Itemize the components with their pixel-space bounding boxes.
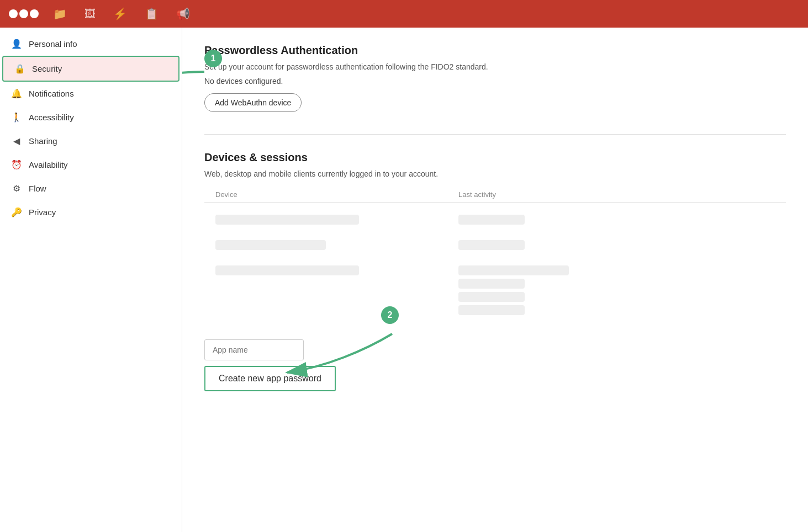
devices-table-header: Device Last activity — [204, 187, 786, 203]
main-content: 1 Passwordless Authentication Set up you… — [182, 28, 808, 532]
sidebar-item-label: Sharing — [29, 136, 57, 146]
add-webauthn-button[interactable]: Add WebAuthn device — [204, 93, 302, 112]
device-cell — [204, 237, 458, 253]
no-devices-text: No devices configured. — [204, 77, 786, 86]
blurred-device-name — [215, 240, 326, 250]
clock-icon: ⏰ — [11, 159, 22, 170]
passwordless-title: Passwordless Authentication — [204, 44, 786, 57]
share-icon: ◀ — [11, 136, 22, 146]
devices-desc: Web, desktop and mobile clients currentl… — [204, 169, 786, 178]
topbar: 📁 🖼 ⚡ 📋 📢 — [0, 0, 808, 28]
sidebar-item-notifications[interactable]: 🔔 Notifications — [0, 82, 182, 105]
sidebar-item-label: Personal info — [29, 39, 77, 49]
page-layout: 👤 Personal info 🔒 Security 🔔 Notificatio… — [0, 28, 808, 532]
flow-icon: ⚙ — [11, 183, 22, 194]
sidebar-item-accessibility[interactable]: 🚶 Accessibility — [0, 105, 182, 129]
sidebar: 👤 Personal info 🔒 Security 🔔 Notificatio… — [0, 28, 182, 532]
device-cell — [204, 211, 458, 228]
blurred-activity-4 — [458, 305, 525, 315]
blurred-activity-2 — [458, 279, 525, 289]
device-cell — [204, 262, 458, 279]
app-password-section: Create new app password 2 — [204, 339, 786, 391]
passwordless-desc: Set up your account for passwordless aut… — [204, 62, 786, 71]
person-icon: 👤 — [11, 39, 22, 49]
sidebar-item-label: Privacy — [29, 208, 56, 217]
image-icon[interactable]: 🖼 — [81, 4, 99, 24]
logo-circle-2 — [19, 9, 28, 18]
folder-icon[interactable]: 📁 — [50, 4, 70, 24]
activity-icon[interactable]: ⚡ — [110, 4, 130, 24]
nextcloud-logo — [9, 9, 39, 18]
deck-icon[interactable]: 📋 — [141, 4, 162, 24]
sidebar-item-sharing[interactable]: ◀ Sharing — [0, 129, 182, 153]
sidebar-item-personal-info[interactable]: 👤 Personal info — [0, 32, 182, 56]
devices-table: Device Last activity — [204, 187, 786, 323]
device-column-header: Device — [204, 190, 458, 199]
sidebar-item-label: Availability — [29, 160, 68, 169]
create-app-password-button[interactable]: Create new app password — [204, 366, 336, 391]
blurred-activity — [458, 240, 525, 250]
key-icon: 🔑 — [11, 207, 22, 217]
sidebar-item-availability[interactable]: ⏰ Availability — [0, 153, 182, 177]
sidebar-item-flow[interactable]: ⚙ Flow — [0, 177, 182, 200]
devices-title: Devices & sessions — [204, 151, 786, 164]
accessibility-icon: 🚶 — [11, 112, 22, 123]
table-row — [204, 258, 786, 323]
blurred-activity — [458, 265, 569, 275]
logo-circle-3 — [30, 9, 39, 18]
sidebar-item-security[interactable]: 🔒 Security — [2, 56, 179, 82]
megaphone-icon[interactable]: 📢 — [173, 4, 193, 24]
passwordless-section: Passwordless Authentication Set up your … — [204, 44, 786, 112]
sidebar-item-label: Security — [32, 64, 62, 73]
app-name-input[interactable] — [204, 339, 304, 360]
activity-cell — [458, 211, 786, 228]
blurred-activity-3 — [458, 292, 525, 302]
lock-icon: 🔒 — [14, 63, 25, 74]
logo-circle-1 — [9, 9, 18, 18]
blurred-device-name — [215, 265, 359, 275]
sidebar-item-label: Accessibility — [29, 113, 74, 122]
activity-column-header: Last activity — [458, 190, 786, 199]
blurred-device-name — [215, 215, 359, 225]
sidebar-item-label: Flow — [29, 184, 46, 193]
sidebar-item-privacy[interactable]: 🔑 Privacy — [0, 200, 182, 224]
sidebar-item-label: Notifications — [29, 89, 74, 98]
table-row — [204, 232, 786, 258]
activity-cell — [458, 237, 786, 253]
devices-section: Devices & sessions Web, desktop and mobi… — [204, 151, 786, 391]
blurred-activity — [458, 215, 525, 225]
bell-icon: 🔔 — [11, 88, 22, 99]
section-divider — [204, 134, 786, 135]
activity-cell — [458, 262, 786, 318]
table-row — [204, 207, 786, 232]
